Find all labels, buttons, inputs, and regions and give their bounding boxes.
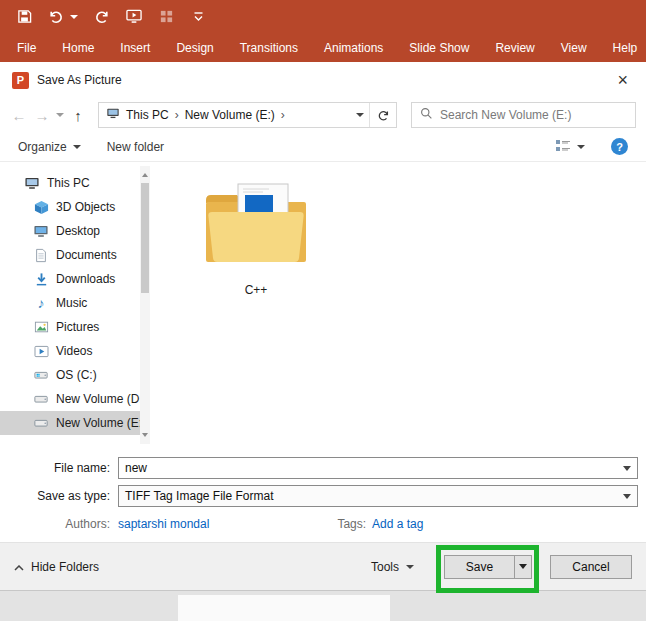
new-folder-button[interactable]: New folder xyxy=(107,140,164,154)
breadcrumb-separator: › xyxy=(175,108,179,122)
sidebar-item-label: New Volume (D: xyxy=(56,392,143,406)
ribbon-tab-design[interactable]: Design xyxy=(163,33,226,62)
view-layout-icon xyxy=(555,139,571,155)
help-icon[interactable]: ? xyxy=(611,138,628,155)
drive-icon xyxy=(33,391,49,407)
back-icon[interactable]: ← xyxy=(10,107,28,124)
music-icon: ♪ xyxy=(33,295,49,311)
change-view-button[interactable] xyxy=(555,139,585,155)
add-a-tag-link[interactable]: Add a tag xyxy=(372,517,423,531)
cancel-button[interactable]: Cancel xyxy=(550,555,632,579)
sidebar-item-os-c[interactable]: OS (C:) xyxy=(0,363,150,387)
search-icon xyxy=(420,107,433,123)
save-dropdown-button[interactable] xyxy=(514,556,531,578)
sidebar-item-downloads[interactable]: Downloads xyxy=(0,267,150,291)
up-icon[interactable]: ↑ xyxy=(69,107,87,124)
redo-icon[interactable] xyxy=(94,9,110,25)
scrollbar-thumb[interactable] xyxy=(141,183,149,293)
tools-button[interactable]: Tools xyxy=(371,560,414,574)
file-name-row: File name: xyxy=(8,456,638,479)
dialog-body: This PC 3D Objects Desktop Documents xyxy=(0,162,646,449)
sidebar-item-label: 3D Objects xyxy=(56,200,115,214)
ribbon-tab-view[interactable]: View xyxy=(548,33,600,62)
powerpoint-ribbon: File Home Insert Design Transitions Anim… xyxy=(0,0,646,62)
sidebar-item-desktop[interactable]: Desktop xyxy=(0,219,150,243)
sidebar-item-label: New Volume (E:) xyxy=(56,416,146,430)
tools-label: Tools xyxy=(371,560,399,574)
breadcrumb-new-volume-e[interactable]: New Volume (E:) xyxy=(185,108,275,122)
refresh-icon[interactable] xyxy=(369,103,396,127)
os-c-drive-icon xyxy=(33,367,49,383)
sidebar-item-videos[interactable]: Videos xyxy=(0,339,150,363)
scroll-down-icon[interactable] xyxy=(142,433,148,440)
start-from-beginning-icon[interactable] xyxy=(126,9,142,25)
chevron-up-icon xyxy=(14,560,24,574)
ribbon-tab-bar: File Home Insert Design Transitions Anim… xyxy=(0,33,646,62)
sidebar-item-label: Videos xyxy=(56,344,92,358)
sidebar-item-label: Documents xyxy=(56,248,117,262)
sidebar-item-label: Desktop xyxy=(56,224,100,238)
breadcrumb-separator: › xyxy=(281,108,285,122)
recent-locations-icon[interactable] xyxy=(56,113,64,121)
3d-objects-icon xyxy=(33,199,49,215)
customize-qat-icon[interactable] xyxy=(190,9,206,25)
search-input[interactable] xyxy=(440,108,627,122)
address-dropdown-icon[interactable] xyxy=(351,103,369,127)
ribbon-tab-review[interactable]: Review xyxy=(482,33,547,62)
save-button[interactable]: Save xyxy=(445,560,514,574)
drive-icon xyxy=(33,415,49,431)
authors-value[interactable]: saptarshi mondal xyxy=(118,517,209,531)
sidebar-item-3d-objects[interactable]: 3D Objects xyxy=(0,195,150,219)
forward-icon[interactable]: → xyxy=(33,107,51,124)
ribbon-tab-animations[interactable]: Animations xyxy=(311,33,396,62)
sidebar-item-pictures[interactable]: Pictures xyxy=(0,315,150,339)
sidebar-scrollbar[interactable] xyxy=(140,166,150,444)
chevron-down-icon xyxy=(623,494,631,503)
tags-label: Tags: xyxy=(337,517,366,531)
sidebar-item-label: Downloads xyxy=(56,272,115,286)
ribbon-tab-help[interactable]: Help xyxy=(600,33,646,62)
breadcrumb-this-pc[interactable]: This PC xyxy=(126,108,169,122)
close-icon[interactable]: × xyxy=(611,70,634,91)
save-as-type-row: Save as type: TIFF Tag Image File Format xyxy=(8,484,638,507)
sidebar-item-label: Pictures xyxy=(56,320,99,334)
quick-access-toolbar xyxy=(0,0,646,33)
search-box xyxy=(411,102,636,128)
ribbon-tab-file[interactable]: File xyxy=(4,33,49,62)
dialog-titlebar: P Save As Picture × xyxy=(0,62,646,98)
folder-item-cpp[interactable]: C++ xyxy=(198,180,314,297)
touch-mode-icon[interactable] xyxy=(158,9,174,25)
sidebar-item-music[interactable]: ♪ Music xyxy=(0,291,150,315)
sidebar-item-this-pc[interactable]: This PC xyxy=(0,171,150,195)
form-area: File name: Save as type: TIFF Tag Image … xyxy=(0,449,646,542)
sidebar-item-new-volume-d[interactable]: New Volume (D: xyxy=(0,387,150,411)
folder-icon xyxy=(200,265,312,279)
undo-icon[interactable] xyxy=(48,9,64,25)
ribbon-tab-slideshow[interactable]: Slide Show xyxy=(396,33,482,62)
chevron-down-icon xyxy=(406,565,414,573)
navigation-pane: This PC 3D Objects Desktop Documents xyxy=(0,162,150,449)
navigation-bar: ← → ↑ This PC › New Volume (E:) › xyxy=(0,98,646,132)
chevron-down-icon xyxy=(577,145,585,153)
file-name-input[interactable] xyxy=(118,457,638,479)
powerpoint-icon: P xyxy=(12,72,29,89)
ribbon-tab-insert[interactable]: Insert xyxy=(107,33,163,62)
sidebar-item-documents[interactable]: Documents xyxy=(0,243,150,267)
save-as-type-select[interactable]: TIFF Tag Image File Format xyxy=(118,485,638,507)
new-folder-label: New folder xyxy=(107,140,164,154)
ribbon-tab-home[interactable]: Home xyxy=(49,33,107,62)
file-name-label: File name: xyxy=(8,461,118,475)
downloads-icon xyxy=(33,271,49,287)
save-icon[interactable] xyxy=(16,9,32,25)
organize-button[interactable]: Organize xyxy=(18,140,81,154)
ribbon-tab-transitions[interactable]: Transitions xyxy=(227,33,311,62)
dialog-footer: Hide Folders Tools Save Cancel xyxy=(0,542,646,590)
sidebar-item-new-volume-e[interactable]: New Volume (E:) xyxy=(0,411,150,435)
command-bar: Organize New folder ? xyxy=(0,132,646,162)
sidebar-item-label: This PC xyxy=(47,176,90,190)
hide-folders-button[interactable]: Hide Folders xyxy=(14,560,99,574)
chevron-down-icon[interactable] xyxy=(623,466,631,475)
scroll-up-icon[interactable] xyxy=(142,170,148,177)
breadcrumb: This PC › New Volume (E:) › xyxy=(99,103,351,127)
undo-dropdown-icon[interactable] xyxy=(70,15,78,23)
